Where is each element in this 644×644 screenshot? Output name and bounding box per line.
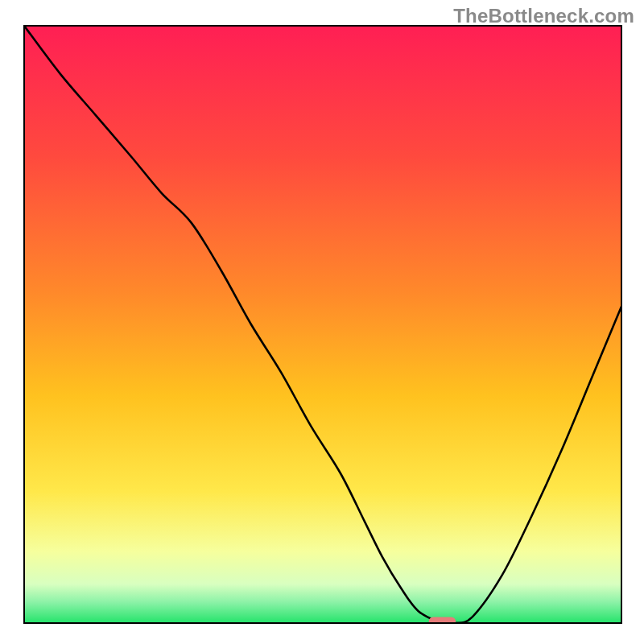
- optimal-marker: [429, 617, 456, 625]
- plot-area: [24, 26, 621, 626]
- gradient-background: [24, 26, 621, 623]
- watermark-text: TheBottleneck.com: [453, 5, 634, 27]
- bottleneck-chart: [0, 0, 644, 644]
